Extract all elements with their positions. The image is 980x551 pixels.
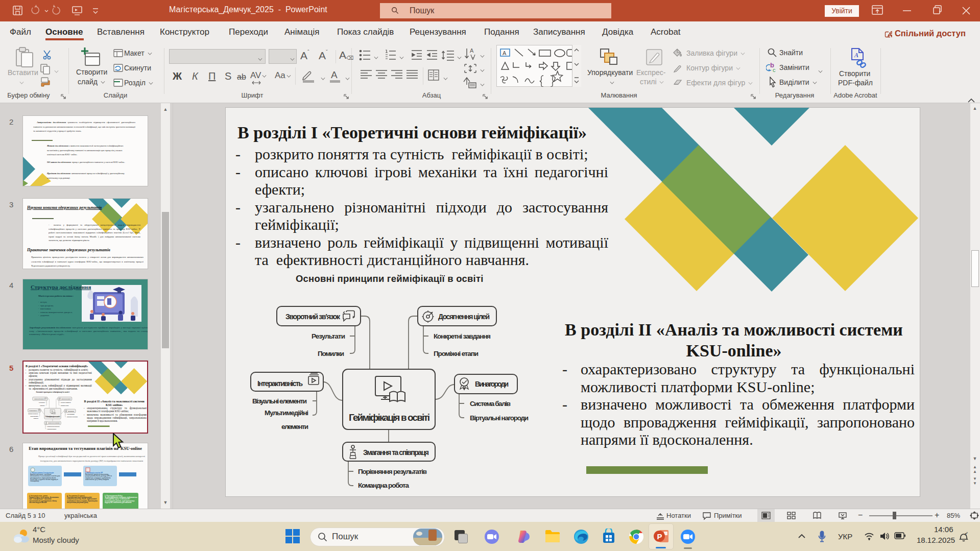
svg-text:Командна робота: Командна робота xyxy=(358,482,409,489)
svg-text:Винагороди: Винагороди xyxy=(68,411,74,412)
svg-text:Мультимедійні: Мультимедійні xyxy=(31,416,39,417)
svg-text:елементи: елементи xyxy=(33,418,38,419)
svg-text:Візуальні елементи: Візуальні елементи xyxy=(28,413,38,415)
svg-text:Система балів: Система балів xyxy=(470,400,511,408)
svg-text:елементи: елементи xyxy=(281,423,308,430)
svg-text:Помилки: Помилки xyxy=(40,405,45,406)
svg-text:А: А xyxy=(503,50,507,56)
svg-text:Конкретні завдання: Конкретні завдання xyxy=(61,402,71,403)
svg-text:Змагання та співпраця: Змагання та співпраця xyxy=(363,448,429,457)
svg-text:Проміжні етапи: Проміжні етапи xyxy=(434,350,479,357)
svg-text:Досягнення цілей: Досягнення цілей xyxy=(438,313,490,321)
svg-text:Змагання та співпраця: Змагання та співпраця xyxy=(48,422,60,424)
svg-text:Система балів: Система балів xyxy=(67,414,75,415)
svg-text:А: А xyxy=(470,47,474,54)
svg-text:Інтерактивність: Інтерактивність xyxy=(257,379,303,388)
svg-text:Конкретні завдання: Конкретні завдання xyxy=(434,332,491,340)
svg-text:Зворотний зв’язок: Зворотний зв’язок xyxy=(34,398,44,400)
svg-text:Гейміфікація в освіті: Гейміфікація в освіті xyxy=(45,416,60,418)
svg-text:Командна робота: Командна робота xyxy=(47,428,57,430)
svg-text:Порівняння результатів: Порівняння результатів xyxy=(47,426,60,427)
svg-text:Винагороди: Винагороди xyxy=(475,380,509,388)
svg-text:P: P xyxy=(657,532,662,541)
svg-text:Проміжні етапи: Проміжні етапи xyxy=(61,405,69,406)
svg-text:Віртуальні нагороди: Віртуальні нагороди xyxy=(67,416,78,418)
svg-text:Результати: Результати xyxy=(39,402,45,403)
svg-text:Результати: Результати xyxy=(312,332,345,340)
svg-text:Зворотний зв’язок: Зворотний зв’язок xyxy=(285,313,341,321)
svg-text:Досягнення цілей: Досягнення цілей xyxy=(61,398,70,400)
svg-text:Інтерактивність: Інтерактивність xyxy=(29,410,37,412)
svg-text:c: c xyxy=(773,67,776,73)
svg-text:A: A xyxy=(854,52,858,59)
svg-text:Мультимедійні: Мультимедійні xyxy=(265,409,308,417)
svg-text:z: z xyxy=(966,531,968,534)
svg-text:Порівняння результатів: Порівняння результатів xyxy=(358,468,427,475)
svg-text:Віртуальні нагороди: Віртуальні нагороди xyxy=(470,414,529,422)
svg-text:Помилки: Помилки xyxy=(318,350,344,357)
svg-text:Візуальні елементи: Візуальні елементи xyxy=(252,397,307,405)
svg-text:Гейміфікація в освіті: Гейміфікація в освіті xyxy=(349,412,430,423)
